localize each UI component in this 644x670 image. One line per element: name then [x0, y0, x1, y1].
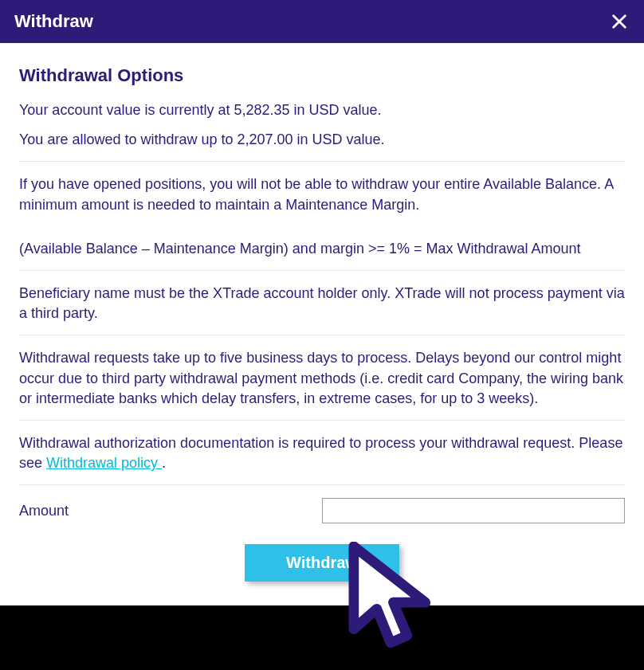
account-value-text: Your account value is currently at 5,282… [19, 100, 625, 120]
auth-note: Withdrawal authorization documentation i… [19, 433, 625, 473]
modal-header: Withdraw [0, 0, 644, 43]
divider [19, 335, 625, 335]
modal-title: Withdraw [14, 11, 93, 32]
auth-note-suffix: . [162, 455, 166, 471]
section-heading: Withdrawal Options [19, 65, 625, 86]
withdraw-limit-text: You are allowed to withdraw up to 2,207.… [19, 130, 625, 150]
submit-wrap: Withdraw [19, 544, 625, 582]
positions-note: If you have opened positions, you will n… [19, 174, 625, 214]
divider [19, 161, 625, 162]
close-icon[interactable] [609, 11, 630, 32]
withdrawal-policy-link[interactable]: Withdrawal policy [46, 455, 162, 471]
withdraw-button[interactable]: Withdraw [245, 544, 399, 582]
amount-input[interactable] [322, 498, 625, 523]
amount-row: Amount [19, 498, 625, 523]
beneficiary-note: Beneficiary name must be the XTrade acco… [19, 284, 625, 323]
divider [19, 484, 625, 485]
processing-note: Withdrawal requests take up to five busi… [19, 348, 625, 409]
modal-body: Withdrawal Options Your account value is… [0, 43, 644, 605]
divider [19, 420, 625, 421]
formula-text: (Available Balance – Maintenance Margin)… [19, 239, 625, 259]
withdraw-modal: Withdraw Withdrawal Options Your account… [0, 0, 644, 605]
amount-label: Amount [19, 503, 69, 519]
divider [19, 270, 625, 271]
